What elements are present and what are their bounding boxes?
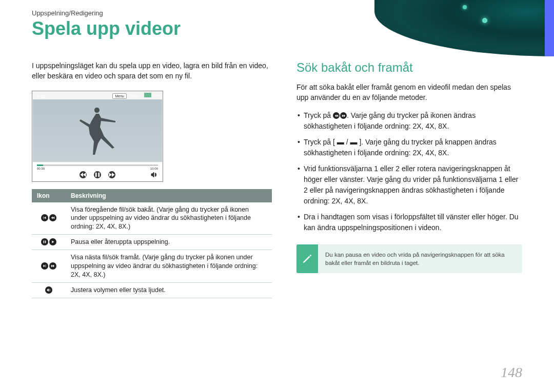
desc-cell: Pausa eller återuppta uppspelning. — [66, 235, 272, 250]
note-box: Du kan pausa en video och vrida på navig… — [296, 244, 522, 273]
pen-icon — [296, 244, 318, 273]
th-desc: Beskrivning — [66, 189, 272, 202]
bullet-list: Tryck på . Varje gång du trycker på ikon… — [296, 110, 522, 233]
th-icon: Ikon — [32, 189, 66, 202]
breadcrumb: Uppspelning/Redigering — [32, 9, 103, 17]
icon-cell — [32, 250, 66, 283]
progress-bar — [37, 164, 158, 166]
list-item: Vrid funktionsväljarna 1 eller 2 eller r… — [296, 163, 522, 207]
list-item: Tryck på [ ▬ / ▬ ]. Varje gång du trycke… — [296, 137, 522, 158]
desc-cell: Visa nästa fil/sök framåt. (Varje gång d… — [66, 250, 272, 283]
table-row: Justera volymen eller tysta ljudet. — [32, 282, 272, 298]
stopp-label: Stopp — [129, 94, 138, 97]
desc-cell: Justera volymen eller tysta ljudet. — [66, 282, 272, 298]
rewind-icon — [80, 171, 87, 178]
play-icon — [49, 238, 56, 245]
list-item: Tryck på . Varje gång du trycker på ikon… — [296, 110, 522, 132]
prev-file-icon — [41, 214, 48, 221]
left-column: I uppspelningsläget kan du spela upp en … — [32, 60, 272, 298]
dancer-silhouette — [74, 105, 121, 157]
list-item: Dra i handtagen som visas i förloppsfält… — [296, 212, 522, 233]
rewind-icon — [333, 112, 340, 119]
table-row: Pausa eller återuppta uppspelning. — [32, 235, 272, 250]
content: I uppspelningsläget kan du spela upp en … — [32, 60, 522, 298]
counter: 1/ 10 — [36, 94, 46, 99]
section-heading: Sök bakåt och framåt — [296, 60, 522, 75]
desc-cell: Visa föregående fil/sök bakåt. (Varje gå… — [66, 202, 272, 235]
icon-cell — [32, 282, 66, 298]
page-number: 148 — [501, 364, 522, 381]
rewind-icon — [49, 214, 56, 221]
blue-strip — [545, 0, 554, 56]
icon-table: Ikon Beskrivning Visa föregående fil/sök… — [32, 189, 272, 298]
forward-icon — [108, 171, 115, 178]
intro-text: I uppspelningsläget kan du spela upp en … — [32, 60, 272, 81]
forward-icon — [49, 262, 56, 270]
time-start: 00:30 — [37, 167, 45, 170]
tabild-label: Ta bild — [152, 94, 161, 97]
right-column: Sök bakåt och framåt För att söka bakåt … — [296, 60, 522, 298]
time-end: 10:00 — [150, 167, 158, 170]
note-text: Du kan pausa en video och vrida på navig… — [318, 244, 522, 273]
pause-icon — [94, 171, 101, 178]
video-frame — [33, 99, 162, 162]
table-row: Visa föregående fil/sök bakåt. (Varje gå… — [32, 202, 272, 235]
page-title: Spela upp videor — [32, 18, 181, 39]
pause-icon — [41, 238, 48, 245]
icon-cell — [32, 202, 66, 235]
video-controls: 00:30 10:00 — [33, 162, 162, 181]
video-preview: 1/ 10 Menu Stopp Ta bild 00:30 10:00 — [32, 91, 163, 182]
header-decoration — [374, 0, 554, 56]
next-file-icon — [41, 262, 48, 270]
menu-badge: Menu — [112, 93, 127, 99]
section-intro: För att söka bakåt eller framåt genom en… — [296, 82, 522, 103]
thumb-icon — [144, 93, 151, 97]
volume-icon — [45, 286, 52, 294]
forward-icon — [340, 112, 347, 119]
table-row: Visa nästa fil/sök framåt. (Varje gång d… — [32, 250, 272, 283]
icon-cell — [32, 235, 66, 250]
volume-icon — [151, 171, 157, 177]
